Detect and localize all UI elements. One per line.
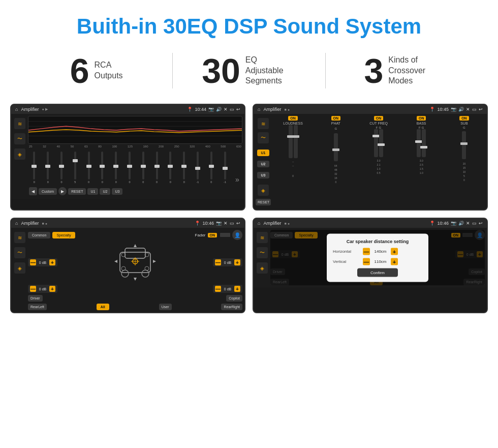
fader-db-value-right-1: 0 dB [222,261,233,264]
fader-minus-right-2[interactable]: — [215,286,221,292]
fader-bottom-row: Driver Copilot [28,295,242,302]
fader-driver-btn[interactable]: Driver [28,295,43,302]
eq-speaker-icon[interactable]: ◈ [14,148,25,160]
eq-slider-8: 0 [123,152,136,184]
crossover-wave-icon[interactable]: 〜 [258,132,269,143]
stats-row: 6 RCA Outputs 30 EQ Adjustable Segments … [0,48,498,99]
eq-app-title: Amplifier [21,107,39,112]
svg-point-13 [121,266,126,271]
eq-sliders-area: 0 0 0 5 0 [28,149,242,185]
fader-plus-right-2[interactable]: + [234,286,240,292]
fader-minus-left-2[interactable]: — [30,286,36,292]
fader-common-tab[interactable]: Common [28,232,50,238]
distance-app-title: Amplifier [263,221,281,226]
crossover-left-panel: ≋ 〜 U1 U2 U3 ◈ RESET [256,116,271,207]
crossover-body: ≋ 〜 U1 U2 U3 ◈ RESET ON LOUDNESS [254,114,487,210]
eq-wave-icon[interactable]: 〜 [14,133,25,144]
fader-copilot-btn[interactable]: Copilot [226,295,242,302]
eq-sidebar: ≋ 〜 ◈ [13,116,26,197]
stat-eq-number: 30 [202,53,240,88]
eq-body: ≋ 〜 ◈ [11,114,244,199]
dialog-horizontal-label: Horizontal [333,249,361,254]
fader-plus-left-1[interactable]: + [49,259,55,265]
dialog-horizontal-minus[interactable]: — [363,248,370,255]
eq-play-button[interactable]: ▶ [58,187,67,195]
fader-row-2: — 0 dB + — 0 dB + [28,285,242,293]
fader-minus-right-1[interactable]: — [215,259,221,265]
eq-custom-label: Custom [39,188,57,195]
dialog-confirm-button[interactable]: Confirm [357,268,398,277]
stat-rca: 6 RCA Outputs [30,53,162,88]
distance-wave-icon[interactable]: 〜 [257,247,268,258]
home-icon-2: ⌂ [258,107,260,112]
fader-plus-right-1[interactable]: + [234,259,240,265]
eq-filter-icon[interactable]: ≋ [14,118,25,129]
fader-body: ≋ 〜 ◈ Common Specialty Fader ON 👤 [11,228,244,312]
crossover-speaker-icon[interactable]: ◈ [258,185,269,196]
dialog-horizontal-plus[interactable]: + [391,248,398,255]
fader-filter-icon[interactable]: ≋ [14,232,25,243]
crossover-u2-btn[interactable]: U2 [257,161,269,167]
eq-u3-button[interactable]: U3 [112,188,122,195]
distance-topbar: ⌂ Amplifier ■ ● 📍 10:46 📷 🔊 ✕ ▭ ↩ [254,219,487,228]
crossover-u3-btn[interactable]: U3 [257,172,269,178]
eq-status-icons: 📍 10:44 📷 🔊 ✕ ▭ ↩ [187,107,240,112]
eq-prev-button[interactable]: ◀ [29,187,37,195]
distance-speaker-icon[interactable]: ◈ [257,262,268,274]
eq-u1-button[interactable]: U1 [87,188,98,195]
phat-on-badge[interactable]: ON [331,116,341,121]
stat-eq: 30 EQ Adjustable Segments [183,53,315,88]
stat-rca-label: RCA Outputs [95,60,123,81]
stat-divider-1 [172,53,173,88]
fader-all-btn[interactable]: All [97,304,109,310]
crossover-filter-icon[interactable]: ≋ [258,118,269,129]
channel-sub: ON SUB G 20 15 10 5 0 [444,116,485,207]
car-diagram [59,242,211,283]
fader-user-btn[interactable]: User [159,304,172,310]
fader-topbar: ⌂ Amplifier ■ ● 📍 10:46 📷 ✕ ▭ ↩ [11,219,244,228]
eq-reset-button[interactable]: RESET [68,188,86,195]
crossover-app-title: Amplifier [263,107,281,112]
eq-u2-button[interactable]: U2 [100,188,110,195]
fader-speaker-icon[interactable]: ◈ [14,262,25,274]
fader-db-value-left-2: 0 dB [37,287,48,291]
dialog-vertical-minus[interactable]: — [363,258,370,265]
channel-phat: ON PHAT G 64 48 32 16 0 [315,116,356,207]
fader-on-badge[interactable]: ON [208,233,217,237]
fader-row-1: — 0 dB + [28,242,242,283]
loudness-on-badge[interactable]: ON [288,116,298,121]
fader-plus-left-2[interactable]: + [49,286,55,292]
eq-slider-6: 0 [96,152,109,184]
sub-on-badge[interactable]: ON [459,116,469,121]
fader-rearright-btn[interactable]: RearRight [221,304,242,310]
svg-marker-17 [114,260,117,263]
fader-wave-icon[interactable]: 〜 [14,247,25,258]
channel-loudness: ON LOUDNESS ~ ~ 0 [272,116,314,207]
home-icon: ⌂ [15,107,18,112]
crossover-u1-btn[interactable]: U1 [257,150,269,156]
fader-minus-left-1[interactable]: — [30,259,36,265]
svg-rect-5 [125,248,145,258]
eq-scroll-arrows[interactable]: » [232,175,242,184]
fader-rearleft-btn[interactable]: RearLeft [28,304,47,310]
fader-db-value-left-1: 0 dB [37,261,48,264]
bass-on-badge[interactable]: ON [417,116,426,121]
crossover-topbar: ⌂ Amplifier ■ ● 📍 10:45 📷 🔊 ✕ ▭ ↩ [254,105,487,114]
cutfreq-on-badge[interactable]: ON [374,116,384,121]
screenshots-grid: ⌂ Amplifier ● ▶ 📍 10:44 📷 🔊 ✕ ▭ ↩ ≋ 〜 ◈ [0,99,498,323]
crossover-reset-btn[interactable]: RESET [256,199,271,205]
fader-profile-icon[interactable]: 👤 [232,230,242,240]
distance-main: Common Specialty ON 👤 — 0 dB + [270,230,485,285]
eq-topbar: ⌂ Amplifier ● ▶ 📍 10:44 📷 🔊 ✕ ▭ ↩ [11,105,244,114]
distance-filter-icon[interactable]: ≋ [257,232,268,243]
fader-db-left-2: — 0 dB + [28,285,57,293]
cutfreq-label: CUT FREQ [369,122,388,125]
fader-screen: ⌂ Amplifier ■ ● 📍 10:46 📷 ✕ ▭ ↩ ≋ 〜 ◈ Co… [10,218,245,313]
eq-main-panel: 2532405063 80100125160200 25032040050063… [28,116,242,197]
svg-marker-16 [134,278,137,281]
phat-label: PHAT [331,122,340,125]
fader-tab-row: Common Specialty Fader ON 👤 [28,230,242,240]
fader-db-right-2: — 0 dB + [213,285,242,293]
dialog-vertical-plus[interactable]: + [391,258,398,265]
fader-specialty-tab[interactable]: Specialty [52,232,75,238]
